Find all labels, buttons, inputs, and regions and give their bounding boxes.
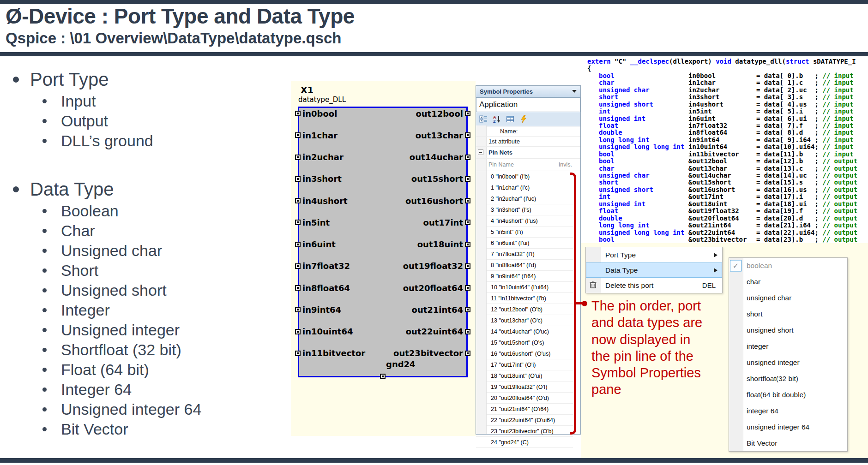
data-type-option[interactable]: ✓ unsigned char <box>729 290 847 306</box>
property-row-first-attribute[interactable]: 1st attribute <box>476 137 580 147</box>
pin-net-row[interactable]: 23 "out23bitvector" (O'b) <box>476 426 573 437</box>
pin-terminal-icon[interactable] <box>465 263 470 269</box>
pin-terminal-icon[interactable] <box>465 285 470 291</box>
pin-terminal-icon[interactable] <box>465 155 470 160</box>
outline-port-type: Port Type Input Output DLL’s ground <box>9 67 153 151</box>
property-pages-icon[interactable] <box>506 114 515 124</box>
code-snippet: extern "C" __declspec(dllexport) void da… <box>587 58 857 243</box>
data-type-option[interactable]: ✓ unsigned integer <box>729 355 847 371</box>
pin-terminal-icon[interactable] <box>295 263 301 269</box>
pin-net-row[interactable]: 18 "out18uint" (O'ui) <box>476 370 573 382</box>
pin-terminal-icon[interactable] <box>295 351 301 356</box>
collapse-minus-icon[interactable] <box>478 149 483 155</box>
schematic-output-pin: out15short <box>360 174 470 184</box>
pin-net-row[interactable]: 20 "out20float64" (O'd) <box>476 393 573 404</box>
pin-terminal-icon[interactable] <box>465 111 470 116</box>
outline-item-label: Bit Vector <box>61 420 128 438</box>
menu-item-delete-port[interactable]: Delete this port DEL <box>586 278 722 293</box>
application-field[interactable]: Application <box>476 97 580 112</box>
categorized-view-icon[interactable] <box>479 114 488 124</box>
menu-item-port-type[interactable]: Port Type <box>586 247 722 262</box>
menu-shortcut: DEL <box>702 281 722 289</box>
outline-item: Short <box>9 261 201 280</box>
pin-net-row[interactable]: 8 "in8float64" (I'd) <box>476 260 573 271</box>
pin-terminal-icon[interactable] <box>465 307 470 312</box>
data-type-option[interactable]: ✓ float(64 bit double) <box>729 387 847 403</box>
outline-item: Bit Vector <box>9 419 201 439</box>
bullet-icon <box>13 186 19 192</box>
pin-net-row[interactable]: 3 "in3short" (I's) <box>476 204 573 215</box>
pin-net-row[interactable]: 10 "in10uint64" (I'ui64) <box>476 282 573 293</box>
data-type-option[interactable]: ✓ short <box>729 306 847 322</box>
menu-item-data-type[interactable]: Data Type <box>586 262 722 278</box>
pin-net-row[interactable]: 9 "in9int64" (I'i64) <box>476 271 573 282</box>
pin-net-row[interactable]: 2 "in2uchar" (I'uc) <box>476 193 573 204</box>
property-row-name[interactable]: Name: <box>476 126 580 137</box>
data-type-option[interactable]: ✓ char <box>729 274 847 290</box>
pin-net-row[interactable]: 7 "in7float32" (I'f) <box>476 249 573 260</box>
pin-net-row[interactable]: 12 "out12bool" (O'b) <box>476 304 573 315</box>
sort-alphabetical-icon[interactable]: AZ <box>492 114 501 124</box>
data-type-option[interactable]: ✓ unsigned integer 64 <box>729 419 847 435</box>
outline-item: Unsigned integer 64 <box>9 399 201 419</box>
data-type-option[interactable]: ✓ unsigned short <box>729 322 847 339</box>
pin-terminal-icon[interactable] <box>295 198 301 203</box>
pin-net-row[interactable]: 15 "out15short" (O's) <box>476 337 573 348</box>
pin-nets-group-row[interactable]: Pin Nets <box>476 147 580 159</box>
pin-net-text: 22 "out22uint64" (O'ui64) <box>491 417 555 423</box>
data-type-option[interactable]: ✓ integer 64 <box>729 403 847 419</box>
pin-net-row[interactable]: 17 "out17int" (O'i) <box>476 359 573 370</box>
pin-terminal-icon[interactable] <box>295 329 301 334</box>
lightning-bolt-icon[interactable] <box>519 114 528 124</box>
pin-net-row[interactable]: 14 "out14uchar" (O'uc) <box>476 326 573 337</box>
pin-label: in9int64 <box>302 305 341 315</box>
panel-header[interactable]: Symbol Properties <box>476 86 580 97</box>
outline-item: Input <box>9 91 153 111</box>
pin-terminal-icon[interactable] <box>465 132 470 138</box>
pin-net-row[interactable]: 22 "out22uint64" (O'ui64) <box>476 415 573 426</box>
pin-net-row[interactable]: 16 "out16ushort" (O'us) <box>476 348 573 359</box>
pin-net-row[interactable]: 19 "out19float32" (O'f) <box>476 382 573 393</box>
pin-net-row[interactable]: 6 "in6uint" (I'ui) <box>476 238 573 249</box>
pin-terminal-icon[interactable] <box>295 285 301 291</box>
code-declaration-line: boolin11bitvector= data[11].b ; // input <box>587 151 857 158</box>
outline-item-label: Unsigned integer <box>61 321 180 339</box>
pin-terminal-icon[interactable] <box>465 198 470 203</box>
pin-terminal-icon[interactable] <box>295 220 301 225</box>
ground-pin-terminal-icon[interactable] <box>380 374 386 379</box>
chevron-down-icon[interactable] <box>572 90 577 93</box>
code-declaration-line: charin1char= data[ 1].c ; // input <box>587 79 857 86</box>
pin-net-row[interactable]: 24 "gnd24" (C) <box>476 437 573 448</box>
data-type-option[interactable]: ✓ shortfloat(32 bit) <box>729 370 847 387</box>
data-type-option[interactable]: ✓ Bit Vector <box>729 435 847 451</box>
pin-net-row[interactable]: 1 "in1char" (I'c) <box>476 182 573 193</box>
schematic-output-pin: out21int64 <box>360 305 470 314</box>
pin-terminal-icon[interactable] <box>465 220 470 225</box>
data-type-option[interactable]: ✓ boolean <box>729 258 847 274</box>
code-declaration-line: double&out20float64= data[20].d ; // out… <box>587 215 857 222</box>
pin-terminal-icon[interactable] <box>295 176 301 182</box>
pin-terminal-icon[interactable] <box>465 329 470 334</box>
pin-net-text: 2 "in2uchar" (I'uc) <box>491 196 536 202</box>
pin-terminal-icon[interactable] <box>295 132 301 138</box>
pin-terminal-icon[interactable] <box>465 351 470 356</box>
pin-terminal-icon[interactable] <box>295 111 301 116</box>
pin-net-text: 11 "in11bitvector" (I'b) <box>491 295 546 302</box>
pin-label: out13char <box>416 131 463 140</box>
pin-net-text: 23 "out23bitvector" (O'b) <box>491 428 554 435</box>
pin-net-row[interactable]: 13 "out13char" (O'c) <box>476 315 573 326</box>
pin-net-row[interactable]: 0 "in0bool" (I'b) <box>476 171 573 182</box>
pin-terminal-icon[interactable] <box>295 155 301 160</box>
pin-net-row[interactable]: 5 "in5int" (I'i) <box>476 227 573 238</box>
pin-terminal-icon[interactable] <box>295 307 301 312</box>
pin-terminal-icon[interactable] <box>465 242 470 247</box>
pin-label: in11bitvector <box>302 348 365 358</box>
pin-net-row[interactable]: 11 "in11bitvector" (I'b) <box>476 293 573 304</box>
pin-net-row[interactable]: 21 "out21int64" (O'i64) <box>476 404 573 415</box>
outline-item-label: Char <box>61 222 95 240</box>
data-type-option[interactable]: ✓ integer <box>729 339 847 355</box>
pin-net-row[interactable]: 4 "in4ushort" (I'us) <box>476 215 573 227</box>
schematic-output-pin: out17int <box>360 218 470 227</box>
pin-terminal-icon[interactable] <box>465 176 470 182</box>
pin-terminal-icon[interactable] <box>295 242 301 247</box>
